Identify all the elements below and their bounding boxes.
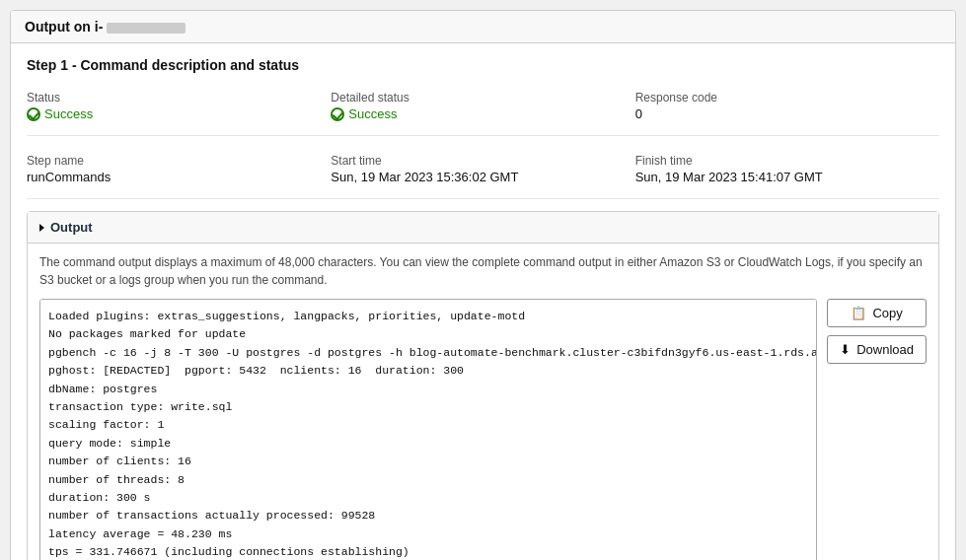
step-heading: Step 1 - Command description and status bbox=[27, 57, 939, 73]
success-icon bbox=[27, 107, 40, 121]
collapse-triangle-icon bbox=[39, 224, 44, 232]
detailed-success-icon bbox=[331, 107, 344, 121]
step-name-label: Step name bbox=[27, 154, 331, 168]
detailed-status-label: Detailed status bbox=[331, 91, 634, 105]
download-button[interactable]: ⬇ Download bbox=[827, 335, 927, 364]
copy-icon: 📋 bbox=[851, 306, 866, 320]
finish-time-item: Finish time Sun, 19 Mar 2023 15:41:07 GM… bbox=[635, 150, 939, 188]
response-code-value: 0 bbox=[635, 106, 939, 121]
copy-button-label: Copy bbox=[872, 306, 902, 320]
title-text: Output on i- bbox=[25, 19, 103, 35]
output-body: The command output displays a maximum of… bbox=[28, 244, 938, 560]
response-code-label: Response code bbox=[635, 91, 939, 105]
meta-row-2: Step name runCommands Start time Sun, 19… bbox=[27, 146, 939, 199]
output-buttons: 📋 Copy ⬇ Download bbox=[827, 299, 927, 364]
output-panel: Output on i- Step 1 - Command descriptio… bbox=[10, 10, 956, 560]
copy-button[interactable]: 📋 Copy bbox=[827, 299, 927, 327]
title-bar: Output on i- bbox=[11, 11, 955, 43]
output-section: Output The command output displays a max… bbox=[27, 211, 939, 560]
response-code-item: Response code 0 bbox=[635, 87, 939, 125]
status-item: Status Success bbox=[27, 87, 331, 125]
download-button-label: Download bbox=[856, 342, 914, 357]
start-time-item: Start time Sun, 19 Mar 2023 15:36:02 GMT bbox=[331, 150, 634, 188]
detailed-status-value: Success bbox=[331, 106, 634, 121]
status-value: Success bbox=[27, 106, 331, 121]
finish-time-value: Sun, 19 Mar 2023 15:41:07 GMT bbox=[635, 170, 939, 184]
step-name-item: Step name runCommands bbox=[27, 150, 331, 188]
status-label: Status bbox=[27, 91, 331, 105]
start-time-value: Sun, 19 Mar 2023 15:36:02 GMT bbox=[331, 170, 634, 184]
output-area-wrapper: 📋 Copy ⬇ Download bbox=[39, 299, 927, 560]
download-icon: ⬇ bbox=[840, 342, 851, 357]
step-name-value: runCommands bbox=[27, 170, 331, 184]
start-time-label: Start time bbox=[331, 154, 634, 168]
instance-id-redacted bbox=[107, 23, 186, 34]
meta-row-1: Status Success Detailed status Success R… bbox=[27, 87, 939, 136]
finish-time-label: Finish time bbox=[635, 154, 939, 168]
main-content: Step 1 - Command description and status … bbox=[11, 43, 955, 560]
output-header: Output bbox=[28, 212, 938, 244]
output-description: The command output displays a maximum of… bbox=[39, 253, 927, 289]
output-title: Output bbox=[50, 220, 93, 235]
output-textarea[interactable] bbox=[39, 299, 817, 560]
detailed-status-item: Detailed status Success bbox=[331, 87, 634, 125]
